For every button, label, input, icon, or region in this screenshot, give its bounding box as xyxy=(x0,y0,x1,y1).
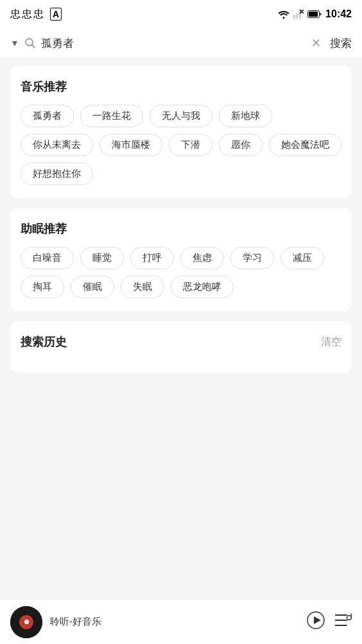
svg-rect-1 xyxy=(297,13,298,19)
main-content: 音乐推荐 孤勇者 一路生花 无人与我 新地球 你从未离去 海市蜃楼 下潜 愿你 … xyxy=(0,58,362,595)
sleep-tag-3[interactable]: 焦虑 xyxy=(180,247,224,269)
wifi-icon xyxy=(278,10,289,19)
music-tag-5[interactable]: 海市蜃楼 xyxy=(99,134,162,156)
music-tag-7[interactable]: 愿你 xyxy=(219,134,263,156)
sleep-tag-2[interactable]: 打呼 xyxy=(130,247,174,269)
play-button[interactable] xyxy=(307,611,325,633)
sleep-tag-5[interactable]: 减压 xyxy=(280,247,324,269)
playlist-button[interactable] xyxy=(335,613,352,631)
svg-line-8 xyxy=(31,45,35,48)
music-tags-container: 孤勇者 一路生花 无人与我 新地球 你从未离去 海市蜃楼 下潜 愿你 她会魔法吧… xyxy=(21,105,341,185)
svg-rect-0 xyxy=(293,15,295,19)
search-input[interactable] xyxy=(41,37,302,49)
bottom-player: 聆听-好音乐 xyxy=(0,599,362,644)
music-tag-9[interactable]: 好想抱住你 xyxy=(21,163,93,185)
music-section-title: 音乐推荐 xyxy=(21,79,341,94)
sleep-section-title: 助眠推荐 xyxy=(21,221,341,237)
vinyl-disc xyxy=(10,606,42,638)
svg-marker-10 xyxy=(314,616,321,624)
sleep-section: 助眠推荐 白噪音 睡觉 打呼 焦虑 学习 减压 掏耳 催眠 失眠 恶龙咆哮 xyxy=(10,208,352,311)
dropdown-arrow[interactable]: ▼ xyxy=(10,38,19,48)
search-bar: ▼ ✕ 搜索 xyxy=(0,28,362,58)
music-tag-8[interactable]: 她会魔法吧 xyxy=(269,134,341,156)
history-header: 搜索历史 清空 xyxy=(21,334,341,350)
music-tag-2[interactable]: 无人与我 xyxy=(150,105,212,127)
sleep-tag-1[interactable]: 睡觉 xyxy=(80,247,124,269)
sleep-tag-7[interactable]: 催眠 xyxy=(71,276,114,298)
svg-point-14 xyxy=(347,615,352,620)
sleep-tag-0[interactable]: 白噪音 xyxy=(21,247,74,269)
music-tag-1[interactable]: 一路生花 xyxy=(80,105,143,127)
history-title: 搜索历史 xyxy=(21,334,67,350)
player-title: 聆听-好音乐 xyxy=(50,616,101,627)
battery-icon xyxy=(307,10,322,18)
sleep-tag-6[interactable]: 掏耳 xyxy=(21,276,64,298)
music-tag-6[interactable]: 下潜 xyxy=(169,134,212,156)
search-button[interactable]: 搜索 xyxy=(330,36,352,51)
sleep-tag-9[interactable]: 恶龙咆哮 xyxy=(171,276,234,298)
player-info: 聆听-好音乐 xyxy=(50,616,299,628)
sleep-tags-container: 白噪音 睡觉 打呼 焦虑 学习 减压 掏耳 催眠 失眠 恶龙咆哮 xyxy=(21,247,341,298)
status-time: 10:42 xyxy=(325,8,352,20)
clear-history-button[interactable]: 清空 xyxy=(321,335,341,349)
no-signal-icon xyxy=(293,10,304,19)
status-bar: 忠忠忠 A 10:42 xyxy=(0,0,362,28)
a-icon: A xyxy=(50,8,62,21)
music-tag-3[interactable]: 新地球 xyxy=(219,105,272,127)
sleep-tag-8[interactable]: 失眠 xyxy=(121,276,164,298)
clear-input-button[interactable]: ✕ xyxy=(307,35,325,51)
history-section: 搜索历史 清空 xyxy=(10,321,352,373)
sleep-tag-4[interactable]: 学习 xyxy=(230,247,274,269)
music-tag-0[interactable]: 孤勇者 xyxy=(21,105,74,127)
search-icon xyxy=(24,37,36,49)
signal-icon: 忠忠忠 xyxy=(10,8,45,21)
music-tag-4[interactable]: 你从未离去 xyxy=(21,134,93,156)
player-controls xyxy=(307,611,352,633)
status-right: 10:42 xyxy=(278,8,352,20)
music-section: 音乐推荐 孤勇者 一路生花 无人与我 新地球 你从未离去 海市蜃楼 下潜 愿你 … xyxy=(10,66,352,198)
status-left: 忠忠忠 A xyxy=(10,8,62,21)
search-input-wrapper: ✕ xyxy=(41,35,325,51)
svg-rect-6 xyxy=(309,12,318,17)
